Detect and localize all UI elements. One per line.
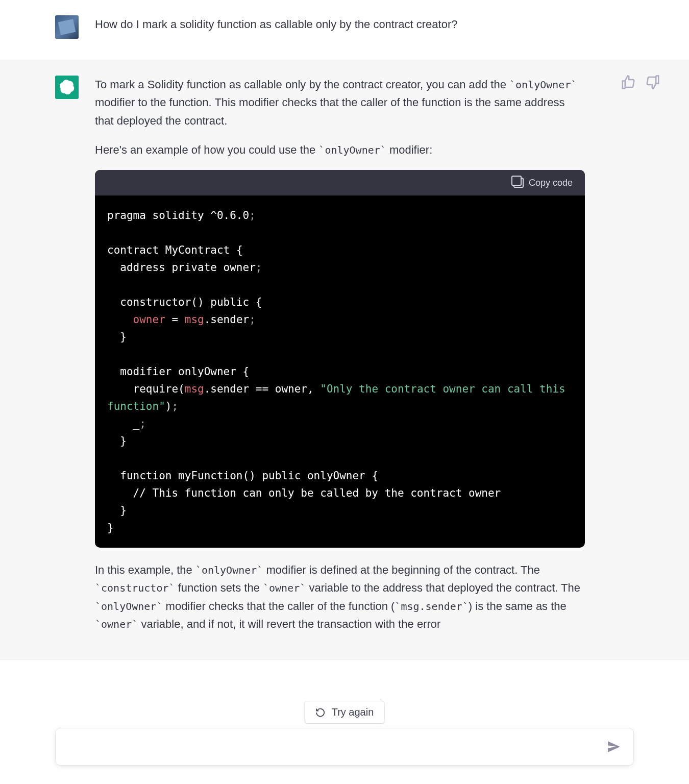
- inline-code: `msg.sender`: [395, 600, 469, 612]
- send-button[interactable]: [606, 739, 622, 755]
- input-area: [0, 728, 689, 784]
- assistant-para-2: Here's an example of how you could use t…: [95, 141, 585, 159]
- input-box[interactable]: [55, 728, 634, 766]
- copy-code-label: Copy code: [529, 176, 573, 190]
- inline-code: `constructor`: [95, 582, 175, 594]
- code-block: Copy code pragma solidity ^0.6.0; contra…: [95, 170, 585, 548]
- thumbs-down-icon[interactable]: [645, 75, 660, 90]
- inline-code: `onlyOwner`: [318, 144, 386, 156]
- user-avatar: [55, 15, 79, 39]
- code-content: pragma solidity ^0.6.0; contract MyContr…: [95, 195, 585, 548]
- user-question: How do I mark a solidity function as cal…: [95, 15, 602, 33]
- retry-icon: [315, 707, 326, 718]
- feedback-buttons: [621, 75, 660, 90]
- copy-code-button[interactable]: Copy code: [513, 176, 573, 190]
- code-header: Copy code: [95, 170, 585, 195]
- try-again-label: Try again: [332, 706, 374, 718]
- user-message: How do I mark a solidity function as cal…: [0, 0, 689, 60]
- inline-code: `owner`: [95, 618, 138, 630]
- assistant-para-3: In this example, the `onlyOwner` modifie…: [95, 561, 585, 633]
- send-icon: [606, 739, 622, 755]
- inline-code: `owner`: [263, 582, 306, 594]
- inline-code: `onlyOwner`: [509, 79, 577, 91]
- assistant-message: To mark a Solidity function as callable …: [0, 60, 689, 660]
- assistant-avatar: [55, 76, 79, 99]
- assistant-para-1: To mark a Solidity function as callable …: [95, 76, 585, 130]
- inline-code: `onlyOwner`: [95, 600, 162, 612]
- message-input[interactable]: [68, 739, 598, 755]
- try-again-button[interactable]: Try again: [305, 701, 385, 724]
- inline-code: `onlyOwner`: [195, 564, 263, 576]
- clipboard-icon: [513, 178, 524, 188]
- thumbs-up-icon[interactable]: [621, 75, 636, 90]
